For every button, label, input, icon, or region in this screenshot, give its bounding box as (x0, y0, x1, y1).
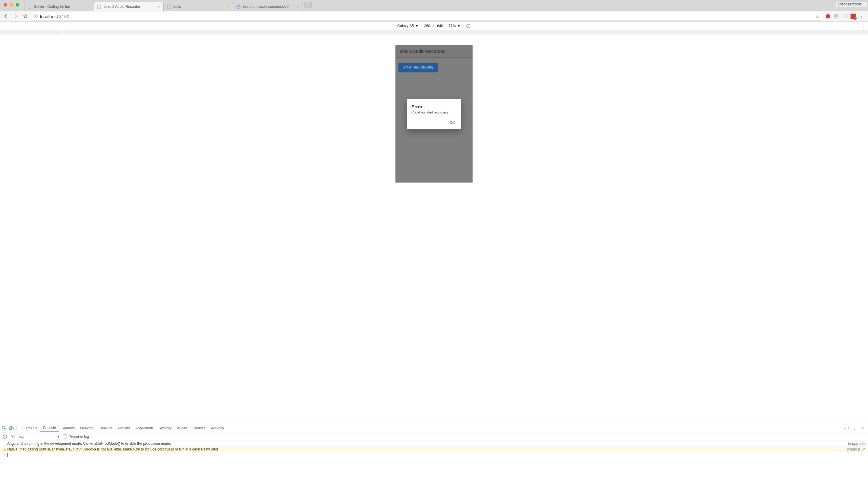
warning-count-badge[interactable]: ▲1 (843, 426, 849, 430)
svg-line-13 (467, 24, 470, 27)
console-message: Native: tried calling StatusBar.styleDef… (7, 447, 844, 451)
warning-icon: ▲ (843, 426, 846, 430)
minimize-window-button[interactable] (10, 3, 13, 7)
console-source-link[interactable]: plugin.js:34 (847, 447, 866, 451)
device-frame: Ionic 2 Audio Recorder START RECORDING E… (396, 45, 472, 182)
filter-icon[interactable] (11, 434, 16, 439)
devtools-tab-cookies[interactable]: Cookies (190, 424, 208, 432)
browser-tabs: Schier · Coding for fun × Ionic 2 Audio … (24, 2, 312, 11)
devtools-tab-application[interactable]: Application (133, 424, 156, 432)
devtools-tab-adblock[interactable]: AdBlock (208, 424, 227, 432)
toggle-device-icon[interactable] (9, 426, 14, 431)
device-width[interactable]: 360 (424, 24, 430, 28)
clear-console-icon[interactable] (2, 434, 7, 439)
device-height[interactable]: 640 (437, 24, 443, 28)
ruler (0, 30, 868, 34)
close-tab-icon[interactable]: × (226, 5, 230, 8)
svg-point-10 (844, 16, 845, 16)
device-toolbar: Galaxy S5 ▼ 360 × 640 71% ▼ ⋮ (0, 22, 868, 30)
console-line: ▲ Native: tried calling StatusBar.styleD… (0, 447, 868, 452)
chevron-down-icon: ▼ (457, 24, 461, 28)
devtools-tab-sources[interactable]: Sources (59, 424, 78, 432)
reload-button[interactable] (21, 12, 30, 21)
svg-line-18 (4, 435, 6, 438)
zoom-value: 71% (448, 24, 456, 28)
new-tab-button[interactable] (304, 2, 312, 8)
tab-title: ionicframework.com/docs/v2/ (243, 4, 293, 9)
inspect-element-icon[interactable] (2, 426, 7, 431)
reader-icon[interactable] (834, 13, 839, 19)
tab-title: Ionic (173, 4, 224, 9)
dimension-separator: × (433, 24, 435, 28)
error-dialog: Error Could not start recording. OK (407, 99, 461, 129)
devtools-panel: Elements Console Sources Network Timelin… (0, 424, 868, 487)
devtools-tabbar: Elements Console Sources Network Timelin… (0, 424, 868, 432)
svg-marker-3 (826, 14, 830, 19)
device-toolbar-menu-icon[interactable]: ⋮ (861, 23, 866, 29)
context-select[interactable]: top▾ (19, 434, 59, 439)
browser-menu-icon[interactable]: ⋮ (859, 13, 864, 19)
console-source-link[interactable]: lang.js:360 (848, 441, 866, 446)
warning-count: 1 (847, 426, 849, 430)
browser-tab[interactable]: Ionic 2 Audio Recorder × (94, 2, 164, 11)
url-host: localhost (40, 14, 58, 19)
address-bar[interactable]: ⓘ localhost:8100 ☆ (31, 12, 822, 21)
device-dimensions: 360 × 640 (424, 24, 443, 28)
site-info-icon[interactable]: ⓘ (33, 13, 38, 19)
devtools-tab-elements[interactable]: Elements (20, 424, 40, 432)
console-toolbar: top▾ Preserve log (0, 432, 868, 441)
profile-button[interactable]: Standaardprofi... (835, 1, 867, 7)
svg-point-2 (239, 5, 240, 6)
svg-rect-16 (11, 428, 13, 430)
svg-point-9 (844, 16, 844, 16)
dialog-ok-button[interactable]: OK (447, 119, 458, 126)
close-tab-icon[interactable]: × (87, 5, 91, 8)
warning-icon: ▲ (2, 447, 7, 451)
console-message: Angular 2 is running in the development … (7, 441, 844, 446)
zoom-select[interactable]: 71% ▼ (448, 24, 461, 28)
tab-title: Schier · Coding for fun (34, 4, 85, 9)
device-viewport: Ionic 2 Audio Recorder START RECORDING E… (0, 34, 868, 424)
devtools-tab-console[interactable]: Console (40, 424, 59, 432)
browser-tab[interactable]: Ionic × (163, 2, 233, 11)
devtools-close-icon[interactable]: ✕ (860, 426, 865, 431)
page-icon (167, 4, 171, 9)
close-window-button[interactable] (4, 3, 7, 7)
devtools-tab-profiles[interactable]: Profiles (115, 424, 133, 432)
chevron-down-icon: ▾ (58, 434, 59, 439)
dialog-message: Could not start recording. (411, 110, 457, 114)
chevron-down-icon: ▼ (415, 24, 418, 28)
close-tab-icon[interactable]: × (157, 5, 160, 8)
console-prompt[interactable]: › (0, 452, 868, 459)
page-icon (97, 4, 101, 9)
rotate-icon[interactable] (466, 24, 471, 28)
preserve-log-label: Preserve log (69, 434, 89, 439)
forward-button[interactable] (11, 12, 20, 21)
close-tab-icon[interactable]: × (296, 5, 300, 8)
url-text: localhost:8100 (40, 14, 69, 19)
extension-icons: 2 ⋮ (824, 13, 866, 19)
browser-tab[interactable]: ionicframework.com/docs/v2/ × (233, 2, 303, 11)
extension-badge-icon[interactable]: 2 (850, 13, 856, 19)
chat-icon[interactable] (842, 13, 847, 19)
preserve-log-checkbox[interactable]: Preserve log (63, 434, 89, 439)
svg-point-1 (238, 6, 239, 7)
ionic-icon (236, 4, 241, 9)
preserve-log-input[interactable] (63, 434, 67, 438)
url-port: :8100 (58, 14, 69, 19)
devtools-tab-audits[interactable]: Audits (174, 424, 190, 432)
browser-toolbar: ⓘ localhost:8100 ☆ 2 ⋮ (0, 11, 868, 22)
browser-tab[interactable]: Schier · Coding for fun × (24, 2, 94, 11)
devtools-tab-timeline[interactable]: Timeline (96, 424, 115, 432)
adblock-icon[interactable] (825, 13, 831, 19)
back-button[interactable] (2, 12, 10, 21)
devtools-tab-network[interactable]: Network (78, 424, 96, 432)
console-output: Angular 2 is running in the development … (0, 441, 868, 487)
window-tab-strip: Schier · Coding for fun × Ionic 2 Audio … (0, 0, 868, 11)
devtools-menu-icon[interactable]: ⋮ (852, 426, 857, 431)
device-select[interactable]: Galaxy S5 ▼ (397, 24, 418, 28)
svg-point-11 (845, 16, 846, 16)
devtools-tab-security[interactable]: Security (156, 424, 174, 432)
maximize-window-button[interactable] (16, 3, 19, 7)
bookmark-star-icon[interactable]: ☆ (815, 13, 819, 19)
